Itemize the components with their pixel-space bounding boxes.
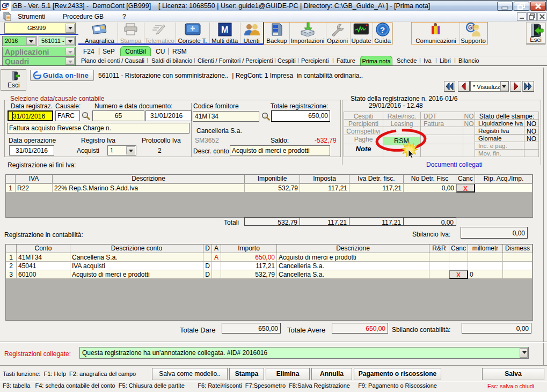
- svg-text:B: B: [6, 2, 10, 8]
- svg-text:M: M: [221, 25, 228, 34]
- svg-text:?: ?: [380, 25, 385, 34]
